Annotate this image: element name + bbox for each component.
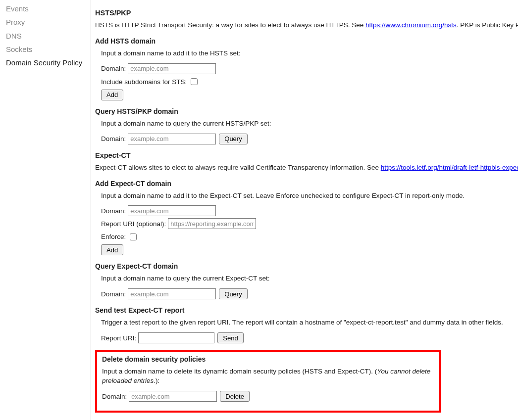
add-hsts-domain-label: Domain: bbox=[101, 65, 126, 72]
delete-instr-prefix: Input a domain name to delete its dynami… bbox=[102, 368, 377, 375]
query-hsts-domain-label: Domain: bbox=[101, 135, 126, 142]
add-hsts-include-subdomains-label: Include subdomains for STS: bbox=[101, 78, 187, 86]
add-expectct-report-uri-label: Report URI (optional): bbox=[101, 220, 166, 228]
add-hsts-title: Add HSTS domain bbox=[95, 37, 518, 45]
delete-title: Delete domain security policies bbox=[102, 355, 434, 363]
delete-button[interactable]: Delete bbox=[220, 391, 250, 402]
sidebar: Events Proxy DNS Sockets Domain Security… bbox=[0, 0, 91, 420]
add-expectct-title: Add Expect-CT domain bbox=[95, 180, 518, 187]
add-hsts-domain-input[interactable] bbox=[128, 63, 216, 74]
hsts-description: HSTS is HTTP Strict Transport Security: … bbox=[95, 21, 518, 30]
query-expectct-instr: Input a domain name to query the current… bbox=[101, 274, 518, 283]
sidebar-item-domain-security-policy[interactable]: Domain Security Policy bbox=[6, 56, 91, 69]
delete-instr-suffix: ): bbox=[155, 377, 159, 384]
sidebar-item-proxy[interactable]: Proxy bbox=[6, 15, 91, 29]
add-hsts-instr: Input a domain name to add it to the HST… bbox=[101, 49, 518, 58]
expectct-desc-prefix: Expect-CT allows sites to elect to alway… bbox=[95, 164, 381, 171]
test-expectct-title: Send test Expect-CT report bbox=[95, 306, 518, 314]
test-expectct-report-uri-label: Report URI: bbox=[101, 334, 136, 342]
query-hsts-title: Query HSTS/PKP domain bbox=[95, 107, 518, 115]
delete-section-highlight: Delete domain security policies Input a … bbox=[95, 350, 441, 413]
add-hsts-button[interactable]: Add bbox=[101, 90, 123, 100]
hsts-link[interactable]: https://www.chromium.org/hsts bbox=[365, 21, 457, 29]
sidebar-item-sockets[interactable]: Sockets bbox=[6, 43, 91, 56]
query-hsts-domain-input[interactable] bbox=[128, 134, 216, 144]
query-hsts-button[interactable]: Query bbox=[219, 134, 247, 144]
query-expectct-button[interactable]: Query bbox=[219, 288, 247, 299]
sidebar-item-events[interactable]: Events bbox=[6, 2, 91, 15]
hsts-desc-suffix: . PKP is Public Key Pinning: Chrome "pin… bbox=[457, 21, 518, 29]
add-expectct-domain-label: Domain: bbox=[101, 207, 126, 215]
query-expectct-domain-label: Domain: bbox=[101, 290, 126, 298]
test-expectct-instr: Trigger a test report to the given repor… bbox=[101, 318, 518, 327]
add-expectct-button[interactable]: Add bbox=[101, 244, 123, 255]
test-expectct-report-uri-input[interactable] bbox=[138, 332, 214, 343]
hsts-heading: HSTS/PKP bbox=[95, 9, 518, 17]
hsts-desc-prefix: HSTS is HTTP Strict Transport Security: … bbox=[95, 21, 365, 29]
expectct-link[interactable]: https://tools.ietf.org/html/draft-ietf-h… bbox=[381, 164, 518, 171]
delete-instr: Input a domain name to delete its dynami… bbox=[102, 367, 434, 386]
query-expectct-domain-input[interactable] bbox=[128, 288, 216, 299]
query-expectct-title: Query Expect-CT domain bbox=[95, 262, 518, 270]
add-expectct-report-uri-input[interactable] bbox=[168, 218, 256, 229]
expectct-heading: Expect-CT bbox=[95, 151, 518, 159]
add-expectct-enforce-checkbox[interactable] bbox=[130, 233, 137, 240]
delete-domain-input[interactable] bbox=[129, 391, 217, 402]
add-expectct-instr: Input a domain name to add it to the Exp… bbox=[101, 191, 518, 201]
query-hsts-instr: Input a domain name to query the current… bbox=[101, 119, 518, 129]
expectct-description: Expect-CT allows sites to elect to alway… bbox=[95, 163, 518, 173]
add-expectct-enforce-label: Enforce: bbox=[101, 233, 126, 240]
delete-domain-label: Domain: bbox=[102, 393, 127, 400]
test-expectct-send-button[interactable]: Send bbox=[217, 332, 243, 343]
add-hsts-include-subdomains-checkbox[interactable] bbox=[191, 78, 198, 85]
add-expectct-domain-input[interactable] bbox=[128, 205, 216, 216]
main-content: HSTS/PKP HSTS is HTTP Strict Transport S… bbox=[91, 0, 518, 420]
sidebar-item-dns[interactable]: DNS bbox=[6, 29, 91, 43]
